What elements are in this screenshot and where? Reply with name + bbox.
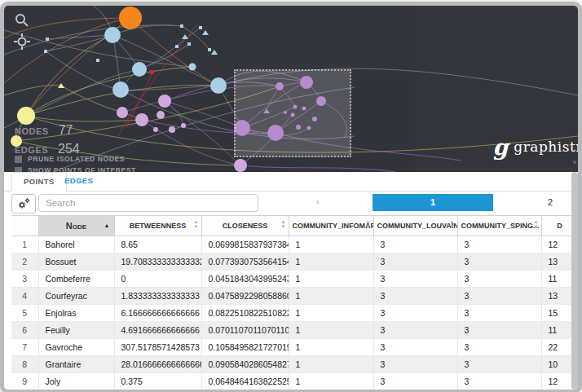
table-row[interactable]: 3Combeferre00.0451843043995243713311 [11, 271, 578, 288]
cell: 3 [373, 305, 457, 322]
cell: 1 [289, 288, 373, 305]
column-header-node[interactable]: Node▲ [38, 216, 114, 236]
search-input[interactable] [38, 194, 258, 212]
nodes-count: 77 [59, 123, 73, 138]
cell: 3 [457, 356, 541, 373]
table-row[interactable]: 2Bossuet19.7083333333333320.077393075356… [11, 253, 578, 271]
table-toolbar: ‹ 1 2 [4, 192, 578, 215]
cell: 1 [289, 253, 373, 271]
cell: 307.5178571428573 [114, 339, 201, 356]
column-header-closeness[interactable]: CLOSENESS▲▼ [201, 216, 289, 236]
cell: 0.08225108225108226 [201, 305, 289, 322]
cell: 3 [457, 236, 541, 253]
column-header-rownum [11, 216, 38, 236]
sort-asc-icon: ▲ [104, 222, 110, 228]
cell: 19.708333333333332 [114, 253, 201, 271]
settings-button[interactable] [11, 194, 36, 214]
cell: 0.06998158379373849 [201, 236, 289, 253]
nodes-label: NODES [15, 126, 49, 136]
column-header-betweenness[interactable]: BETWEENNESS▲▼ [114, 216, 201, 236]
table-row[interactable]: 9Joly0.3750.0648464163822525513312 [11, 373, 578, 390]
cell: Grantaire [38, 356, 114, 373]
cell: 0.07011070110701106 [201, 322, 289, 339]
cell: Joly [38, 373, 114, 390]
cell: 8.65 [114, 236, 201, 253]
table-row[interactable]: 8Grantaire28.0166666666666660.0905840286… [11, 356, 578, 373]
row-number: 6 [11, 322, 38, 339]
row-number: 2 [11, 253, 38, 271]
cell: 3 [373, 322, 457, 339]
cell: 1 [289, 373, 373, 390]
cell: 3 [373, 288, 457, 305]
row-number: 7 [11, 339, 38, 356]
cell: 0.375 [114, 373, 201, 390]
cell: 0.06484641638225255 [201, 373, 289, 390]
cell: 28.016666666666666 [114, 356, 201, 373]
column-header-community-infomap[interactable]: COMMUNITY_INFOMAP▲▼ [289, 216, 373, 236]
sort-icon: ▲▼ [281, 219, 286, 229]
row-number: 4 [11, 288, 38, 305]
cell: Bahorel [38, 236, 114, 253]
cell: 3 [373, 339, 457, 356]
center-view-icon[interactable] [14, 33, 30, 50]
logo-glyph: g [492, 134, 508, 160]
cell: Combeferre [38, 271, 114, 288]
cell: 1.833333333333333 [114, 288, 201, 305]
row-number: 5 [11, 305, 38, 322]
points-table: Node▲BETWEENNESS▲▼CLOSENESS▲▼COMMUNITY_I… [11, 215, 579, 390]
cell: 0.09058402860548272 [201, 356, 289, 373]
row-number: 9 [11, 373, 38, 390]
cell: 3 [457, 271, 541, 288]
cell: 3 [373, 271, 457, 288]
table-row[interactable]: 6Feuilly4.6916666666666660.0701107011070… [11, 322, 578, 339]
cell: 0.047589229805886035 [201, 288, 289, 305]
graph-option-0: PRUNE ISOLATED NODES [15, 155, 136, 163]
tab-bar: POINTSEDGES [4, 172, 578, 192]
table-row[interactable]: 5Enjolras6.1666666666666660.082251082251… [11, 305, 578, 322]
checkbox[interactable] [15, 156, 22, 163]
pagination-page-1[interactable]: 1 [373, 194, 493, 211]
cell: 3 [373, 236, 457, 253]
cell: Courfeyrac [38, 288, 114, 305]
pagination-page-2[interactable]: 2 [538, 194, 562, 211]
column-header-community-sping-[interactable]: COMMUNITY_SPING...▲▼ [457, 216, 541, 236]
table-row[interactable]: 4Courfeyrac1.8333333333333330.0475892298… [11, 288, 578, 305]
table-header-row: Node▲BETWEENNESS▲▼CLOSENESS▲▼COMMUNITY_I… [11, 216, 578, 236]
cell: 3 [457, 253, 541, 271]
logo-word: graphistry [514, 139, 578, 155]
table-row[interactable]: 7Gavroche307.51785714285730.105849582172… [11, 339, 578, 356]
cell: 3 [457, 373, 541, 390]
row-number: 8 [11, 356, 38, 373]
cell: 1 [289, 356, 373, 373]
cell: 3 [457, 322, 541, 339]
cell: 3 [457, 305, 541, 322]
cell: 4.691666666666666 [114, 322, 201, 339]
cell: 3 [373, 373, 457, 390]
cell: Gavroche [38, 339, 114, 356]
vertical-scrollbar[interactable] [571, 172, 578, 390]
edges-label: EDGES [15, 145, 48, 155]
sort-icon: ▲▼ [194, 219, 199, 229]
sort-icon: ▲▼ [534, 219, 539, 229]
cell: Bossuet [38, 253, 114, 271]
cell: 3 [457, 288, 541, 305]
selection-rectangle[interactable] [234, 69, 351, 157]
option-label: PRUNE ISOLATED NODES [28, 155, 125, 163]
graph-panel: NODES 77 EDGES 254 PRUNE ISOLATED NODESS… [4, 6, 578, 172]
cell: 0.10584958217270195 [201, 339, 289, 356]
cell: 1 [289, 339, 373, 356]
cell: 0 [114, 271, 201, 288]
gears-icon [16, 197, 31, 210]
cell: Feuilly [38, 322, 114, 339]
graphistry-logo: ggraphistry v [492, 134, 578, 165]
zoom-icon[interactable] [14, 12, 30, 29]
tab-edges[interactable]: EDGES [53, 172, 104, 190]
sort-icon: ▲▼ [366, 219, 371, 229]
cell: 6.166666666666666 [114, 305, 201, 322]
graph-options: PRUNE ISOLATED NODESSHOW POINTS OF INTER… [15, 155, 136, 172]
table-row[interactable]: 1Bahorel8.650.0699815837937384913312 [11, 236, 578, 253]
column-header-community-louvain[interactable]: COMMUNITY_LOUVAIN▲▼ [373, 216, 457, 236]
cell: Enjolras [38, 305, 114, 322]
pagination-prev[interactable]: ‹ [316, 196, 320, 206]
cell: 1 [289, 305, 373, 322]
